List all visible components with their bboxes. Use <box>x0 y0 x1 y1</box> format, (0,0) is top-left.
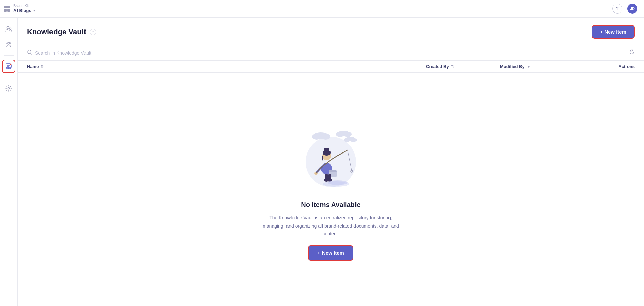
svg-point-16 <box>336 132 344 137</box>
sidebar-item-knowledge[interactable] <box>2 60 15 73</box>
svg-point-9 <box>8 88 9 89</box>
table-header: Name ⇅ Created By ⇅ Modified By ▼ Action… <box>18 61 644 73</box>
search-input[interactable] <box>35 50 629 56</box>
svg-rect-3 <box>7 9 10 12</box>
sidebar-item-people[interactable] <box>2 22 15 36</box>
svg-point-14 <box>321 134 330 140</box>
page-help-icon[interactable]: ? <box>90 29 96 35</box>
svg-rect-1 <box>7 6 10 8</box>
name-sort-icon[interactable]: ⇅ <box>41 64 44 69</box>
topbar-left: Brand Kit AI Blogs ▼ <box>3 4 36 13</box>
sidebar-item-settings[interactable] <box>2 81 15 95</box>
col-actions-header: Actions <box>594 64 635 69</box>
brand-name[interactable]: AI Blogs ▼ <box>13 8 36 13</box>
page-title-wrap: Knowledge Vault ? <box>27 28 96 36</box>
help-button[interactable]: ? <box>612 4 622 14</box>
svg-rect-29 <box>329 170 337 172</box>
refresh-icon[interactable] <box>629 49 635 56</box>
brand-dropdown-icon: ▼ <box>33 9 36 13</box>
people-icon <box>5 25 12 33</box>
topbar: Brand Kit AI Blogs ▼ ? JD <box>0 0 644 18</box>
svg-point-35 <box>323 181 349 187</box>
svg-point-19 <box>344 138 350 142</box>
empty-description: The Knowledge Vault is a centralized rep… <box>260 214 402 238</box>
voice-icon <box>5 41 12 48</box>
sidebar-item-voice[interactable] <box>2 38 15 51</box>
sidebar <box>0 18 18 306</box>
knowledge-icon <box>5 63 12 70</box>
search-icon <box>27 49 32 56</box>
page-header: Knowledge Vault ? + New Item <box>18 18 644 45</box>
svg-point-5 <box>9 28 11 30</box>
brand-kit-label: Brand Kit <box>13 4 36 8</box>
empty-title: No Items Available <box>301 201 360 209</box>
svg-point-4 <box>7 27 9 29</box>
empty-illustration <box>294 118 368 192</box>
modified-sort-icon[interactable]: ▼ <box>527 65 531 69</box>
topbar-right: ? JD <box>612 4 637 14</box>
col-name-header: Name ⇅ <box>27 64 426 69</box>
created-sort-icon[interactable]: ⇅ <box>451 64 454 69</box>
svg-point-20 <box>350 138 357 142</box>
search-bar <box>18 45 644 61</box>
sidebar-divider <box>4 55 14 56</box>
page-title: Knowledge Vault <box>27 28 86 36</box>
new-item-button-header[interactable]: + New Item <box>592 25 635 39</box>
brand-kit-icon <box>3 5 11 12</box>
svg-point-13 <box>312 134 321 140</box>
svg-rect-0 <box>4 6 7 8</box>
svg-point-17 <box>344 132 352 137</box>
main-layout: Knowledge Vault ? + New Item <box>0 18 644 306</box>
new-item-button-empty[interactable]: + New Item <box>308 245 353 261</box>
content-area: Knowledge Vault ? + New Item <box>18 18 644 306</box>
sidebar-divider-2 <box>4 77 14 77</box>
search-inner <box>27 49 629 56</box>
svg-rect-25 <box>324 148 329 152</box>
col-created-header: Created By ⇅ <box>426 64 500 69</box>
empty-state: No Items Available The Knowledge Vault i… <box>18 73 644 306</box>
col-modified-header: Modified By ▼ <box>500 64 594 69</box>
svg-point-6 <box>8 42 10 44</box>
settings-icon <box>5 84 12 92</box>
svg-rect-2 <box>4 9 7 12</box>
avatar[interactable]: JD <box>627 4 637 14</box>
